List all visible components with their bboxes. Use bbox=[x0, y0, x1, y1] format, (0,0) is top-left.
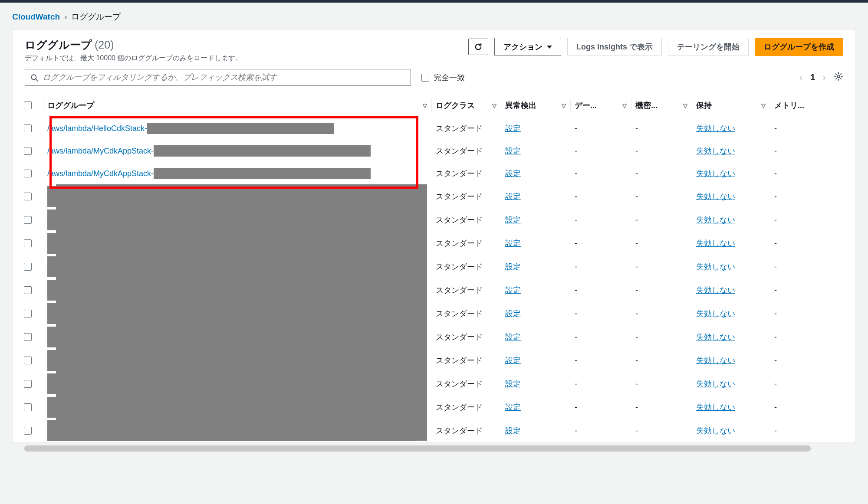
row-checkbox[interactable] bbox=[24, 147, 32, 155]
anomaly-settings-link[interactable]: 設定 bbox=[505, 169, 521, 178]
cell-data: - bbox=[570, 187, 631, 207]
view-insights-button[interactable]: Logs Insights で表示 bbox=[567, 38, 662, 56]
anomaly-settings-link[interactable]: 設定 bbox=[505, 380, 521, 388]
anomaly-settings-link[interactable]: 設定 bbox=[505, 216, 521, 224]
retention-link[interactable]: 失効しない bbox=[696, 124, 735, 133]
settings-icon[interactable] bbox=[834, 72, 843, 83]
start-tailing-button[interactable]: テーリングを開始 bbox=[668, 38, 749, 56]
breadcrumb-root[interactable]: CloudWatch bbox=[12, 12, 60, 22]
redacted-area bbox=[56, 184, 427, 441]
row-checkbox[interactable] bbox=[24, 357, 32, 364]
row-checkbox[interactable] bbox=[24, 170, 32, 177]
retention-link[interactable]: 失効しない bbox=[696, 309, 735, 318]
cell-log-group-name: /aws/lambda/MyCdkAppStack- bbox=[43, 162, 431, 185]
create-log-group-button[interactable]: ロググループを作成 bbox=[755, 38, 843, 56]
cell-secret: - bbox=[631, 350, 692, 371]
col-class[interactable]: ログクラス ▽ bbox=[431, 94, 501, 117]
anomaly-settings-link[interactable]: 設定 bbox=[505, 147, 521, 155]
col-anomaly-label: 異常検出 bbox=[505, 100, 536, 111]
retention-link[interactable]: 失効しない bbox=[696, 403, 735, 412]
retention-link[interactable]: 失効しない bbox=[696, 169, 735, 178]
svg-line-1 bbox=[36, 79, 38, 81]
row-checkbox[interactable] bbox=[24, 403, 32, 411]
retention-link[interactable]: 失効しない bbox=[696, 262, 735, 271]
retention-link[interactable]: 失効しない bbox=[696, 192, 735, 201]
page-prev[interactable]: ‹ bbox=[800, 72, 803, 82]
cell-log-class: スタンダード bbox=[431, 326, 501, 348]
retention-link[interactable]: 失効しない bbox=[696, 147, 735, 155]
anomaly-settings-link[interactable]: 設定 bbox=[505, 124, 521, 133]
retention-link[interactable]: 失効しない bbox=[696, 426, 735, 435]
row-checkbox[interactable] bbox=[24, 193, 32, 200]
cell-metrics: - bbox=[770, 397, 813, 418]
select-all-checkbox[interactable] bbox=[24, 101, 32, 109]
cell-data: - bbox=[570, 164, 631, 184]
col-secret[interactable]: 機密... ▽ bbox=[631, 94, 692, 117]
retention-link[interactable]: 失効しない bbox=[696, 216, 735, 224]
anomaly-settings-link[interactable]: 設定 bbox=[505, 356, 521, 365]
cell-secret: - bbox=[631, 280, 692, 301]
retention-link[interactable]: 失効しない bbox=[696, 380, 735, 388]
redacted-block bbox=[154, 145, 371, 157]
row-checkbox[interactable] bbox=[24, 333, 32, 341]
anomaly-settings-link[interactable]: 設定 bbox=[505, 192, 521, 201]
col-metrics-label: メトリ... bbox=[774, 100, 804, 111]
col-name[interactable]: ロググループ ▽ bbox=[43, 94, 431, 117]
row-checkbox[interactable] bbox=[24, 286, 32, 294]
anomaly-settings-link[interactable]: 設定 bbox=[505, 426, 521, 435]
cell-secret: - bbox=[631, 187, 692, 207]
cell-metrics: - bbox=[770, 374, 813, 394]
log-group-link[interactable]: /aws/lambda/MyCdkAppStack- bbox=[47, 169, 154, 178]
row-checkbox[interactable] bbox=[24, 124, 32, 132]
row-checkbox[interactable] bbox=[24, 380, 32, 388]
cell-data: - bbox=[570, 304, 631, 324]
caret-down-icon bbox=[547, 46, 552, 49]
col-secret-label: 機密... bbox=[635, 100, 658, 111]
anomaly-settings-link[interactable]: 設定 bbox=[505, 309, 521, 318]
search-input[interactable] bbox=[43, 73, 405, 82]
col-retention-label: 保持 bbox=[696, 100, 712, 111]
cell-metrics: - bbox=[770, 280, 813, 301]
breadcrumb-current: ロググループ bbox=[71, 11, 121, 23]
cell-log-group-name: /aws/lambda/HelloCdkStack- bbox=[43, 117, 431, 140]
log-group-link[interactable]: /aws/lambda/MyCdkAppStack- bbox=[47, 147, 154, 156]
table-row: /aws/lambda/MyCdkAppStack-スタンダード設定--失効しな… bbox=[13, 140, 855, 162]
cell-metrics: - bbox=[770, 210, 813, 230]
search-box[interactable] bbox=[25, 69, 411, 86]
retention-link[interactable]: 失効しない bbox=[696, 333, 735, 341]
row-checkbox[interactable] bbox=[24, 310, 32, 317]
exact-match-toggle[interactable]: 完全一致 bbox=[421, 72, 465, 83]
cell-metrics: - bbox=[770, 118, 813, 139]
row-checkbox[interactable] bbox=[24, 216, 32, 224]
exact-match-checkbox[interactable] bbox=[421, 74, 429, 82]
sort-icon: ▽ bbox=[761, 102, 766, 109]
page-next[interactable]: › bbox=[823, 72, 826, 82]
cell-data: - bbox=[570, 374, 631, 394]
scrollbar-thumb[interactable] bbox=[24, 445, 811, 452]
cell-data: - bbox=[570, 210, 631, 230]
sort-icon: ▽ bbox=[492, 102, 496, 109]
horizontal-scrollbar[interactable] bbox=[24, 445, 844, 452]
row-checkbox[interactable] bbox=[24, 263, 32, 271]
col-data[interactable]: デー... ▽ bbox=[570, 94, 631, 117]
retention-link[interactable]: 失効しない bbox=[696, 356, 735, 365]
anomaly-settings-link[interactable]: 設定 bbox=[505, 262, 521, 271]
anomaly-settings-link[interactable]: 設定 bbox=[505, 403, 521, 412]
col-retention[interactable]: 保持 ▽ bbox=[692, 94, 770, 117]
retention-link[interactable]: 失効しない bbox=[696, 286, 735, 295]
title-subtitle: デフォルトでは、最大 10000 個のロググループのみをロードします。 bbox=[25, 54, 461, 63]
anomaly-settings-link[interactable]: 設定 bbox=[505, 239, 521, 248]
row-checkbox[interactable] bbox=[24, 427, 32, 435]
cell-log-class: スタンダード bbox=[431, 373, 501, 395]
anomaly-settings-link[interactable]: 設定 bbox=[505, 333, 521, 341]
actions-dropdown[interactable]: アクション bbox=[494, 38, 561, 56]
retention-link[interactable]: 失効しない bbox=[696, 239, 735, 248]
anomaly-settings-link[interactable]: 設定 bbox=[505, 286, 521, 295]
col-anomaly[interactable]: 異常検出 ▽ bbox=[501, 94, 570, 117]
col-metrics[interactable]: メトリ... bbox=[770, 94, 813, 117]
chevron-right-icon: › bbox=[64, 12, 67, 22]
refresh-button[interactable] bbox=[468, 39, 488, 55]
row-checkbox[interactable] bbox=[24, 239, 32, 247]
cell-metrics: - bbox=[770, 304, 813, 324]
log-group-link[interactable]: /aws/lambda/HelloCdkStack- bbox=[47, 124, 147, 133]
